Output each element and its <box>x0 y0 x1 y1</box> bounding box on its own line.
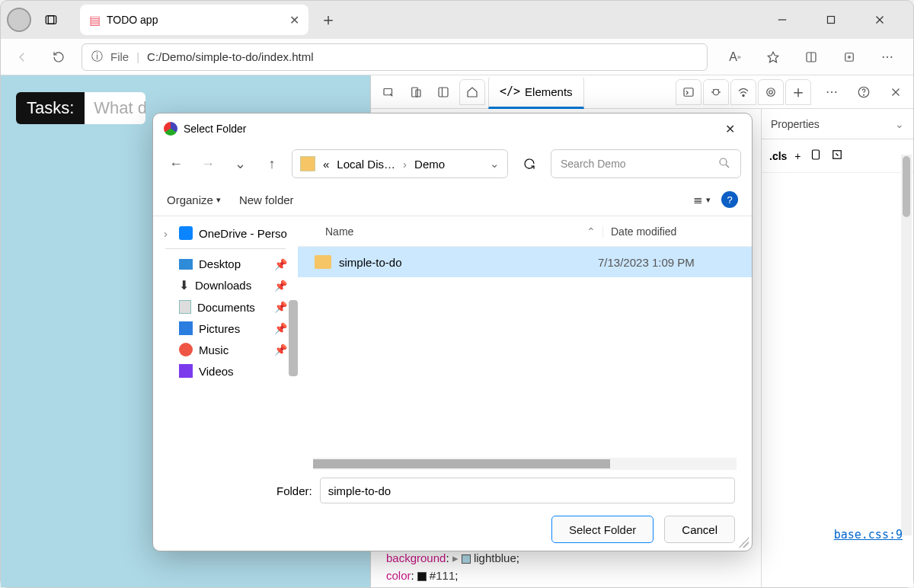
drive-icon <box>300 156 315 171</box>
collections-icon[interactable] <box>836 43 863 71</box>
tab-elements[interactable]: </> Elements <box>488 75 584 109</box>
scrollbar[interactable] <box>901 155 912 535</box>
back-button[interactable] <box>8 43 36 71</box>
swatch-icon[interactable] <box>417 572 427 581</box>
tree-item-videos[interactable]: Videos <box>156 360 295 382</box>
dock-icon[interactable] <box>430 79 456 105</box>
tree-item-music[interactable]: Music📌 <box>156 339 295 360</box>
close-button[interactable] <box>866 6 893 34</box>
tree-label: Videos <box>199 365 234 378</box>
download-icon: ⬇ <box>179 278 189 292</box>
devtools-more-icon[interactable]: ⋯ <box>819 79 845 105</box>
expand-icon[interactable] <box>830 148 844 164</box>
devtools-close-icon[interactable] <box>883 79 909 105</box>
new-tab-button[interactable]: ＋ <box>315 6 342 34</box>
list-item[interactable]: simple-to-do 7/13/2023 1:09 PM <box>298 247 752 277</box>
chevron-down-icon: ▾ <box>216 195 221 205</box>
breadcrumb[interactable]: « Local Dis… › Demo ⌄ <box>292 149 508 178</box>
chevron-down-icon: ⌄ <box>895 118 904 130</box>
cloud-icon <box>179 226 193 240</box>
organize-label: Organize <box>167 193 213 206</box>
titlebar: ▤ TODO app ✕ ＋ <box>1 1 913 39</box>
network-icon[interactable] <box>730 79 756 105</box>
svg-rect-14 <box>416 90 420 97</box>
folder-icon <box>315 255 331 269</box>
recent-button[interactable]: ⌄ <box>228 152 252 176</box>
up-button[interactable]: ↑ <box>260 152 284 176</box>
bug-icon[interactable] <box>703 79 729 105</box>
tree-item-desktop[interactable]: Desktop📌 <box>156 254 295 274</box>
dialog-close-button[interactable]: ✕ <box>719 119 741 139</box>
refresh-button[interactable] <box>516 150 543 177</box>
tasks-input[interactable]: What do <box>85 92 145 124</box>
select-folder-button[interactable]: Select Folder <box>551 516 654 543</box>
url-field[interactable]: ⓘ File | C:/Demo/simple-to-do/index.html <box>81 43 708 71</box>
tree-scrollbar[interactable] <box>289 300 298 376</box>
pin-icon: 📌 <box>274 322 287 334</box>
organize-button[interactable]: Organize ▾ <box>167 193 221 206</box>
resize-handle[interactable] <box>738 537 749 548</box>
view-button[interactable]: ≣ ▾ <box>693 193 711 206</box>
new-folder-button[interactable]: New folder <box>239 193 294 206</box>
help-button[interactable]: ? <box>721 191 738 208</box>
more-tabs-icon[interactable]: ＋ <box>785 79 811 105</box>
list-scrollbar[interactable] <box>313 458 737 470</box>
breadcrumb-item[interactable]: Demo <box>414 158 445 171</box>
device-icon[interactable] <box>403 79 429 105</box>
swatch-icon[interactable] <box>462 554 471 564</box>
welcome-icon[interactable] <box>459 79 485 105</box>
more-icon[interactable]: ⋯ <box>874 43 901 71</box>
svg-point-23 <box>743 94 744 96</box>
url-path: C:/Demo/simple-to-do/index.html <box>147 50 313 63</box>
tree-item-downloads[interactable]: ⬇Downloads📌 <box>156 274 295 296</box>
cls-button[interactable]: .cls <box>769 150 787 162</box>
minimize-button[interactable] <box>769 6 796 34</box>
back-button[interactable]: ← <box>164 152 188 176</box>
css-val: lightblue <box>474 551 516 564</box>
help-icon[interactable] <box>851 79 877 105</box>
pin-icon: 📌 <box>274 258 287 270</box>
svg-rect-15 <box>439 88 448 97</box>
svg-rect-17 <box>684 88 693 96</box>
page-icon: ▤ <box>89 13 101 27</box>
styles-pane: Properties ⌄ .cls + <box>761 109 913 587</box>
tree-item-onedrive[interactable]: ›OneDrive - Perso <box>156 222 295 244</box>
styles-tab-properties[interactable]: Properties ⌄ <box>762 109 913 139</box>
info-icon[interactable]: ⓘ <box>91 50 103 64</box>
chevron-down-icon[interactable]: ⌄ <box>490 157 500 171</box>
console-icon[interactable] <box>676 79 701 105</box>
cancel-button[interactable]: Cancel <box>664 516 735 543</box>
profile-icon[interactable] <box>7 8 31 32</box>
column-date[interactable]: Date modified <box>602 225 752 238</box>
toggle-icon[interactable] <box>809 148 823 164</box>
item-date: 7/13/2023 1:09 PM <box>598 256 752 269</box>
tree-item-pictures[interactable]: Pictures📌 <box>156 318 295 339</box>
tree-label: Desktop <box>199 257 241 270</box>
tree-item-documents[interactable]: Documents📌 <box>156 296 295 318</box>
split-icon[interactable] <box>797 43 825 71</box>
url-scheme: File <box>110 50 129 63</box>
dialog-title: Select Folder <box>184 123 246 135</box>
search-field[interactable]: Search Demo <box>551 149 741 178</box>
pin-icon: 📌 <box>274 280 287 292</box>
read-aloud-icon[interactable]: A» <box>721 43 749 71</box>
browser-tab[interactable]: ▤ TODO app ✕ <box>80 5 308 35</box>
favorite-icon[interactable] <box>759 43 787 71</box>
tab-close-icon[interactable]: ✕ <box>289 13 299 27</box>
folder-input[interactable] <box>320 478 735 503</box>
inspect-icon[interactable] <box>376 79 401 105</box>
add-rule-icon[interactable]: + <box>794 150 801 162</box>
performance-icon[interactable] <box>758 79 784 105</box>
breadcrumb-item[interactable]: Local Dis… <box>337 158 395 171</box>
maximize-button[interactable] <box>817 6 845 34</box>
column-name[interactable]: Name <box>298 225 580 238</box>
search-icon <box>717 156 731 172</box>
videos-icon <box>179 364 193 378</box>
forward-button[interactable]: → <box>196 152 220 176</box>
refresh-button[interactable] <box>45 43 72 71</box>
chevron-right-icon: › <box>164 227 173 240</box>
svg-point-32 <box>720 158 727 165</box>
svg-line-33 <box>726 165 729 168</box>
tab-actions-icon[interactable] <box>37 6 65 34</box>
source-link[interactable]: base.css:9 <box>834 528 903 542</box>
